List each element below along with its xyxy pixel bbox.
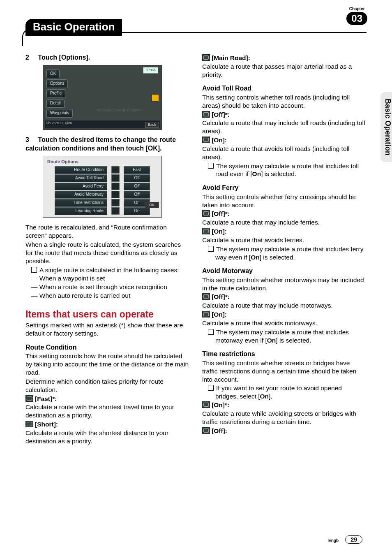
option-desc: Calculate a route that avoids toll roads… [202, 145, 366, 161]
opt-value: Off [124, 191, 150, 199]
main-road-icon [202, 54, 210, 61]
shot2-title: Route Options [47, 159, 78, 164]
note-bold: On [251, 254, 260, 261]
option-label: [On]: [212, 137, 227, 144]
note-icon [208, 329, 214, 335]
dash-text: When a waypoint is set [39, 275, 105, 282]
footer-lang: Engb [328, 538, 339, 543]
ferry-off-icon [202, 210, 210, 217]
shot-btn-detail: Detail [46, 99, 65, 108]
short-icon [25, 421, 33, 427]
step-title: Touch [Options]. [38, 54, 90, 61]
shot-back-btn: Back [145, 122, 159, 128]
fast-icon [25, 395, 33, 402]
opt-icon [111, 199, 120, 206]
shot-btn-profile: Profile [46, 89, 65, 98]
note-icon [208, 246, 214, 252]
option-desc: Calculate a route that avoids ferries. [202, 236, 366, 244]
shot-btn-ok: OK [46, 70, 60, 78]
step-number: 3 [25, 136, 36, 144]
note-item: The system may calculate a route that in… [202, 162, 366, 178]
page-header: Basic Operation Chapter 03 [25, 16, 367, 38]
note-bold: On [260, 393, 269, 400]
opt-label: Time restrictions [55, 199, 107, 207]
note-item: A single route is calculated in the foll… [25, 266, 189, 274]
toll-on-icon [202, 137, 210, 143]
chapter-label: Chapter [346, 7, 367, 11]
left-column: 2 Touch [Options]. OK Options Profile De… [25, 53, 189, 446]
body-text: This setting controls whether ferry cros… [202, 193, 366, 209]
option-label: [Fast]*: [35, 395, 57, 402]
option-label: [Off]*: [212, 293, 230, 300]
option-label: [On]*: [212, 401, 229, 408]
screenshot-options-menu: OK Options Profile Detail Waypoints 17:0… [43, 65, 162, 130]
body-text: When a single route is calculated, the s… [25, 241, 189, 265]
chapter-number: 03 [346, 12, 367, 25]
opt-label: Route Condition [55, 166, 107, 174]
shot-bottom-bar: 0h 25m 11.6km [45, 120, 160, 128]
option-label: [Off]: [212, 427, 227, 434]
page-number: 29 [345, 535, 362, 544]
dash-item: — When auto reroute is carried out [25, 292, 189, 300]
note-item: The system may calculate a route that in… [202, 245, 366, 262]
subheading: Avoid Toll Road [202, 84, 366, 93]
section-heading: Items that users can operate [25, 309, 189, 320]
subheading: Route Condition [25, 343, 189, 352]
option-desc: Calculate a route that may include ferri… [202, 218, 366, 227]
step-number: 2 [25, 53, 36, 62]
note-text: ] is selected. [261, 170, 296, 177]
option-desc: Calculate a route that may include toll … [202, 119, 366, 135]
note-icon [31, 267, 37, 273]
opt-label: Avoid Motorway [55, 191, 107, 199]
dash-item: — When a waypoint is set [25, 274, 189, 283]
body-text: Settings marked with an asterisk (*) sho… [25, 321, 189, 338]
opt-value: Fast [124, 166, 150, 174]
option-desc: Calculate a route that passes major arte… [202, 63, 366, 79]
option-label: [On]: [212, 228, 227, 235]
opt-label: Avoid Toll Road [55, 174, 107, 182]
body-text: This setting controls whether motorways … [202, 276, 366, 292]
ferry-on-icon [202, 228, 210, 234]
opt-icon [111, 174, 120, 182]
option-desc: Calculate a route that may include motor… [202, 301, 366, 310]
opt-icon [111, 183, 120, 190]
body-text: This setting controls whether streets or… [202, 359, 366, 383]
option-desc: Calculate a route that avoids motorways. [202, 319, 366, 327]
option-label: [On]: [212, 311, 227, 318]
option-label: [Off]*: [212, 111, 230, 118]
shot-arrow-icon [152, 94, 159, 102]
note-text: A single route is calculated in the foll… [39, 266, 179, 273]
note-bold: On [267, 337, 276, 344]
opt-label: Avoid Ferry [55, 183, 107, 190]
body-text: This setting controls whether toll roads… [202, 93, 366, 110]
opt-label: Learning Route [55, 207, 107, 215]
dash-text: When auto reroute is carried out [39, 292, 130, 299]
note-icon [208, 385, 214, 391]
note-icon [208, 163, 214, 169]
body-text: Determine which condition takes priority… [25, 378, 189, 394]
option-label: [Main Road]: [212, 54, 250, 61]
note-text: ]. [269, 393, 272, 400]
screenshot-route-options: Route Options Route ConditionFast Avoid … [43, 156, 162, 218]
opt-value: Off [124, 174, 150, 182]
shot-clock: 17:03 [143, 67, 158, 74]
note-text: ] is selected. [276, 337, 311, 344]
body-text: This setting controls how the route shou… [25, 352, 189, 376]
shot-btn-options: Options [46, 79, 68, 88]
option-label: [Off]*: [212, 210, 230, 217]
dash-text: When a route is set through voice recogn… [39, 283, 167, 290]
right-column: [Main Road]: Calculate a route that pass… [202, 53, 366, 446]
time-off-icon [202, 427, 210, 434]
subheading: Avoid Motorway [202, 267, 366, 275]
opt-value: Off [124, 183, 150, 190]
side-tab: Basic Operation [380, 92, 392, 162]
note-bold: On [252, 170, 261, 177]
note-text: ] is selected. [260, 254, 295, 261]
motorway-on-icon [202, 311, 210, 317]
time-on-icon [202, 401, 210, 408]
body-text: The route is recalculated, and “Route co… [25, 223, 189, 240]
note-item: If you want to set your route to avoid o… [202, 384, 366, 401]
option-desc: Calculate a route with the shortest dist… [25, 429, 189, 445]
note-text: If you want to set your route to avoid o… [215, 385, 342, 400]
section-title: Basic Operation [25, 19, 122, 36]
